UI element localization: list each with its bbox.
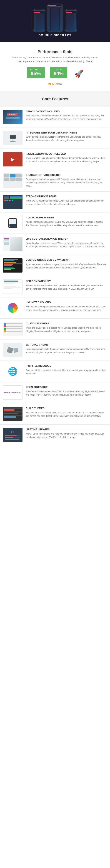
color-dots bbox=[4, 200, 22, 201]
desktop-icon: 🖥️ bbox=[9, 134, 17, 142]
feature-title-pot: .POT FILE INCLUDED bbox=[26, 364, 107, 367]
progress-bar-outer bbox=[5, 437, 21, 438]
ct-row bbox=[4, 413, 18, 414]
feature-demo-content: INSTALL DEMO CONTENT INCLUDED Easy insta… bbox=[0, 106, 110, 127]
feature-desc-colors: With customization panel you can change … bbox=[26, 305, 107, 312]
feature-thumb-colors bbox=[3, 301, 22, 315]
feature-desc-live: Swipe has live customizer panel. When yo… bbox=[26, 242, 107, 248]
w-icon bbox=[4, 328, 6, 330]
feature-text-live: LIVE CUSTOMIZATION ON THE FLY Swipe has … bbox=[26, 237, 107, 248]
feature-title-options: STRONG OPTIONS PANEL bbox=[26, 195, 107, 198]
feature-desc-w3: Swipe is compatible with the cache plugi… bbox=[26, 347, 107, 354]
feature-homescreen: ADD TO HOMESCREEN Add to Homescreen is a… bbox=[0, 213, 110, 234]
live-main bbox=[10, 237, 22, 251]
feature-title-desktop: INTEGRATE WITH YOUR DESKTOP THEME bbox=[26, 131, 107, 134]
feature-dragdrop: DRAG&DROP PAGE BUILDER Creating new and … bbox=[0, 170, 110, 191]
pagespeed-label: PageSpeed bbox=[30, 69, 41, 71]
feature-desc-seo: We ensure that to follow best SEO practi… bbox=[26, 284, 107, 291]
rocket-icon: 🚀 bbox=[74, 70, 83, 78]
w-row bbox=[4, 325, 22, 328]
feature-text-woo: OPEN YOUR SHOP This theme is fully compa… bbox=[26, 385, 107, 397]
seo-line bbox=[4, 283, 15, 284]
feature-thumb-options bbox=[3, 195, 22, 209]
gtmetrix-logo: GTmetrix bbox=[52, 82, 62, 86]
yslow-value: 84% bbox=[53, 71, 64, 76]
feature-text-codes: CUSTOM CODES CSS & JAVASCRIPT If you eve… bbox=[26, 258, 107, 270]
opt-val bbox=[9, 198, 22, 199]
code-line-blue bbox=[4, 260, 15, 261]
live-bar-colored bbox=[4, 242, 9, 243]
opt-label bbox=[4, 196, 9, 196]
ct-row bbox=[4, 411, 22, 412]
color-dot-green bbox=[7, 200, 8, 201]
feature-title-w3: W3 TOTAL CACHE bbox=[26, 343, 107, 346]
feature-colors: UNLIMITED COLORS With customization pane… bbox=[0, 298, 110, 318]
live-bar bbox=[4, 241, 9, 241]
double-sidebars-title: DOUBLE SIDEBARS bbox=[2, 34, 108, 37]
core-features-title: Core Features bbox=[4, 97, 106, 101]
gtmetrix-badge: G GTmetrix bbox=[48, 82, 62, 86]
feature-child-themes: CHILD THEMES We included 3 child themes … bbox=[0, 403, 110, 424]
feature-thumb-desktop: 🖥️ bbox=[3, 131, 22, 145]
feature-title-demo: DEMO CONTENT INCLUDED bbox=[26, 110, 107, 113]
hs-phone bbox=[8, 218, 17, 228]
seo-line bbox=[4, 286, 16, 287]
progress-bar-outer bbox=[5, 439, 21, 440]
feature-text-video: INSTALLATION VIDEO INCLUDED There is wri… bbox=[26, 152, 107, 163]
feature-text-desktop: INTEGRATE WITH YOUR DESKTOP THEME Swipe … bbox=[26, 131, 107, 142]
feature-title-codes: CUSTOM CODES CSS & JAVASCRIPT bbox=[26, 258, 107, 261]
cube-icon bbox=[7, 347, 14, 353]
dd-block bbox=[4, 178, 9, 181]
progress-bar-outer bbox=[5, 435, 21, 436]
code-line-green bbox=[4, 259, 18, 260]
feature-thumb-seo bbox=[3, 279, 22, 294]
demo-lines bbox=[6, 117, 20, 121]
install-button: INSTALL bbox=[7, 113, 18, 116]
play-icon: ▶ bbox=[11, 156, 15, 162]
w-bar bbox=[6, 323, 22, 324]
feature-options-panel: STRONG OPTIONS PANEL There are 70 option… bbox=[0, 191, 110, 212]
demo-line bbox=[6, 118, 20, 119]
color-dot-purple bbox=[10, 200, 12, 201]
feature-desc-lifetime: We will update this theme and help you e… bbox=[26, 432, 107, 439]
feature-lifetime-updates: ⟳ LIFETIME UPDATES We will update this t… bbox=[0, 425, 110, 445]
seo-line bbox=[4, 285, 21, 285]
phone-center bbox=[47, 4, 63, 32]
live-bar-colored bbox=[4, 238, 9, 239]
feature-title-widgets: CUSTOM WIDGETS bbox=[26, 322, 107, 325]
feature-desc-desktop: Swipe already strong a WordPress theme a… bbox=[26, 135, 107, 142]
dd-block bbox=[16, 178, 22, 181]
color-dot-red bbox=[4, 200, 5, 201]
w-row bbox=[4, 323, 22, 325]
feature-thumb-pot: 🌐 bbox=[3, 364, 22, 378]
feature-desc-video: There is written instructions for instal… bbox=[26, 156, 107, 163]
performance-section: Performance Stats When We say "Performan… bbox=[0, 42, 110, 91]
ct-row-accent bbox=[4, 409, 15, 411]
feature-desc-options: There are 70 options to customize Swipe.… bbox=[26, 199, 107, 206]
feature-title-video: INSTALLATION VIDEO INCLUDED bbox=[26, 152, 107, 155]
feature-title-live: LIVE CUSTOMIZATION ON THE FLY bbox=[26, 237, 107, 240]
feature-text-lifetime: LIFETIME UPDATES We will update this the… bbox=[26, 428, 107, 439]
feature-title-dragdrop: DRAG&DROP PAGE BUILDER bbox=[26, 174, 107, 177]
feature-text-dragdrop: DRAG&DROP PAGE BUILDER Creating new and … bbox=[26, 174, 107, 188]
feature-widgets: CUSTOM WIDGETS There are many custom sid… bbox=[0, 319, 110, 339]
opt-val bbox=[9, 197, 22, 198]
dd-block bbox=[4, 174, 9, 178]
feature-seo: SEO COMPATIBILITY We ensure that to foll… bbox=[0, 276, 110, 297]
performance-subtitle: When We say "Performance Monster", We Me… bbox=[11, 56, 99, 63]
seo-line bbox=[4, 288, 13, 289]
feature-title-woo: OPEN YOUR SHOP bbox=[26, 385, 107, 389]
opt-row bbox=[4, 197, 22, 198]
feature-w3-cache: W3 TOTAL CACHE Swipe is compatible with … bbox=[0, 340, 110, 361]
phone-left bbox=[33, 9, 45, 32]
feature-live-custom: LIVE CUSTOMIZATION ON THE FLY Swipe has … bbox=[0, 234, 110, 254]
code-line-yellow bbox=[4, 269, 11, 270]
progress-bar-inner bbox=[5, 439, 19, 440]
feature-desktop-theme: 🖥️ INTEGRATE WITH YOUR DESKTOP THEME Swi… bbox=[0, 128, 110, 149]
feature-pot-file: 🌐 .POT FILE INCLUDED English .pot file i… bbox=[0, 361, 110, 382]
perf-scores: PageSpeed 95% YSlow 84% bbox=[27, 67, 67, 78]
opt-label bbox=[4, 197, 9, 198]
dd-block bbox=[10, 178, 16, 181]
woocommerce-logo: WooCommerce bbox=[4, 391, 21, 394]
feature-desc-woo: This theme is fully compatible with WooC… bbox=[26, 390, 107, 397]
